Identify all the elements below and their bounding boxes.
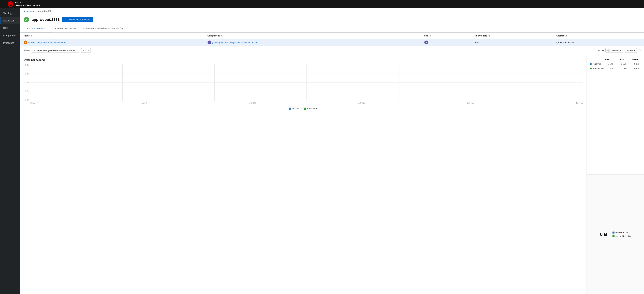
stats-row-transmitted: transmitted 0 B/s 0 B/s 0 B/s — [590, 66, 641, 71]
filter-protocol-value: tcp — [83, 49, 86, 52]
donut-legend: received: 0% transmitted: 0% — [612, 231, 631, 237]
stats-received-name: received — [590, 63, 601, 65]
legend-received-dot — [289, 108, 291, 110]
chart-area: 0 B/s 0 B/s 0 B/s 0 B/s 0 B/s — [24, 64, 583, 101]
donut-received-label: received: 0% — [616, 231, 628, 234]
stats-received-current: 0 B/s — [628, 63, 641, 65]
sort-component-icon[interactable]: ⇅ — [221, 35, 222, 37]
pause-caret-icon: ▾ — [634, 49, 635, 52]
topology-view-button[interactable]: Go to the Topology view — [62, 17, 93, 22]
filter-protocol-caret-icon: ▾ — [88, 49, 89, 52]
breadcrumb: addresses > app-webui:1881 — [20, 8, 644, 14]
app-layout: Topology Addresses Sites Components Proc… — [0, 8, 644, 294]
x-label-0: 15:53:40 — [30, 102, 38, 104]
sort-site-icon[interactable]: ⇅ — [430, 35, 431, 37]
brand-name: Red Hat — [15, 1, 40, 4]
stats-transmitted-label: transmitted — [593, 67, 604, 70]
x-label-4: 15:54:20 — [467, 102, 474, 104]
pause-value: Pause — [627, 49, 633, 52]
sidebar-item-topology[interactable]: Topology — [0, 10, 20, 17]
col-site[interactable]: Site ⇅ — [421, 33, 471, 39]
tab-live-connections[interactable]: Live connections (0) — [52, 25, 80, 32]
redhat-logo-icon — [8, 1, 14, 7]
y-label-2: 0 B/s — [24, 81, 29, 83]
donut-row: 0 B received: 0% transmitted: 0% — [590, 231, 641, 237]
breadcrumb-separator: > — [35, 10, 36, 12]
brand-product: Service Interconnect — [15, 4, 40, 7]
col-name[interactable]: Name ⇅ — [20, 33, 204, 39]
stats-received-max: 0 B/s — [601, 63, 614, 65]
stats-received-dot — [590, 63, 592, 65]
sidebar-topology-label: Topology — [3, 12, 13, 15]
name-text: student1-edge-device-ansible-localhost — [28, 41, 66, 44]
stats-transmitted-current: 0 B/s — [628, 67, 641, 70]
sidebar-item-addresses[interactable]: Addresses — [0, 17, 20, 24]
cell-created: today at 12:30 PM — [553, 39, 644, 46]
sort-name-icon[interactable]: ⇅ — [31, 35, 32, 37]
stats-transmitted-max: 0 B/s — [604, 67, 616, 70]
sort-rx-icon[interactable]: ⇅ — [488, 35, 490, 37]
col-rx-byte-rate[interactable]: Rx byte rate ⇅ — [471, 33, 553, 39]
refresh-icon[interactable]: ↻ — [638, 49, 641, 52]
legend-transmitted: transmitted — [304, 107, 318, 110]
component-text: gateway-student1-edge-device-ansible-loc… — [212, 41, 259, 44]
filter-host-value: student1-edge-device-ansible-localhost — [36, 49, 75, 52]
main-content: addresses > app-webui:1881 A app-webui:1… — [20, 8, 644, 294]
sidebar-sites-label: Sites — [3, 27, 8, 29]
chart-section: Bytes per second 0 B/s 0 B/s 0 B/s 0 B/s… — [20, 55, 644, 294]
time-range-value: Last min. — [610, 49, 620, 52]
breadcrumb-link[interactable]: addresses — [24, 10, 34, 12]
sidebar-item-components[interactable]: Components — [0, 32, 20, 39]
name-link[interactable]: P student1-edge-device-ansible-localhost — [24, 41, 201, 44]
chart-svg — [30, 64, 583, 101]
cell-site: S — [421, 39, 471, 46]
top-header: ☰ Red Hat Service Interconnect — [0, 0, 644, 8]
donut-area: 0 B received: 0% transmitted: 0% — [587, 175, 644, 294]
chart-title: Bytes per second — [24, 58, 583, 61]
stats-col-max: max — [595, 58, 610, 60]
tabs-bar: Exposed Servers (1) Live connections (0)… — [20, 25, 644, 33]
col-created[interactable]: Created ⇅ — [553, 33, 644, 39]
sort-created-icon[interactable]: ⇅ — [566, 35, 568, 37]
col-rx-label: Rx byte rate — [474, 35, 487, 37]
donut-transmitted-box — [612, 235, 614, 237]
y-label-3: 0 B/s — [24, 90, 29, 92]
filter-host-select[interactable]: ⊞ student1-edge-device-ansible-localhost… — [32, 48, 79, 53]
stats-transmitted-avg: 0 B/s — [616, 67, 628, 70]
cell-name: P student1-edge-device-ansible-localhost — [20, 39, 204, 46]
tab-last-15-minutes[interactable]: Connections in the last 15 minutes (0) — [80, 25, 126, 32]
site-icon: S — [424, 41, 428, 44]
brand-text: Red Hat Service Interconnect — [15, 1, 40, 7]
sidebar-item-sites[interactable]: Sites — [0, 24, 20, 32]
time-range-select[interactable]: 🕐 Last min. ▾ — [606, 48, 623, 53]
stats-received-label: received — [593, 63, 601, 65]
x-label-1: 15:53:50 — [140, 102, 147, 104]
donut-legend-received: received: 0% — [612, 231, 631, 234]
x-label-2: 15:54:00 — [248, 102, 256, 104]
legend-transmitted-label: transmitted — [307, 107, 318, 110]
sidebar-addresses-label: Addresses — [3, 19, 14, 22]
y-label-1: 0 B/s — [24, 73, 29, 75]
col-component[interactable]: Component ⇅ — [204, 33, 421, 39]
filter-grid-icon: ⊞ — [34, 49, 36, 52]
filters-label: Filters — [24, 49, 30, 52]
pause-select[interactable]: Pause ▾ — [625, 48, 637, 53]
chart-main: Bytes per second 0 B/s 0 B/s 0 B/s 0 B/s… — [20, 55, 587, 294]
sidebar-item-processes[interactable]: Processes — [0, 39, 20, 47]
name-icon: P — [24, 41, 27, 44]
donut-total-value: 0 B — [600, 232, 608, 237]
exposed-servers-table: Name ⇅ Component ⇅ Site ⇅ Rx byte rate ⇅ — [20, 33, 644, 46]
table-row[interactable]: P student1-edge-device-ansible-localhost… — [20, 39, 644, 46]
stats-row-received: received 0 B/s 0 B/s 0 B/s — [590, 62, 641, 66]
legend-received-label: received — [292, 107, 300, 110]
component-link[interactable]: C gateway-student1-edge-device-ansible-l… — [208, 41, 418, 44]
brand: Red Hat Service Interconnect — [8, 1, 40, 7]
stats-table-area: max avg current received 0 B/s 0 B/s 0 B… — [587, 55, 644, 175]
filter-protocol-select[interactable]: tcp ▾ — [81, 48, 90, 53]
hamburger-icon[interactable]: ☰ — [3, 2, 6, 6]
chart-legend: received transmitted — [24, 107, 583, 110]
col-component-label: Component — [208, 35, 220, 37]
page-title: app-webui:1881 — [32, 17, 60, 22]
col-created-label: Created — [556, 35, 564, 37]
tab-exposed-servers[interactable]: Exposed Servers (1) — [24, 25, 52, 32]
